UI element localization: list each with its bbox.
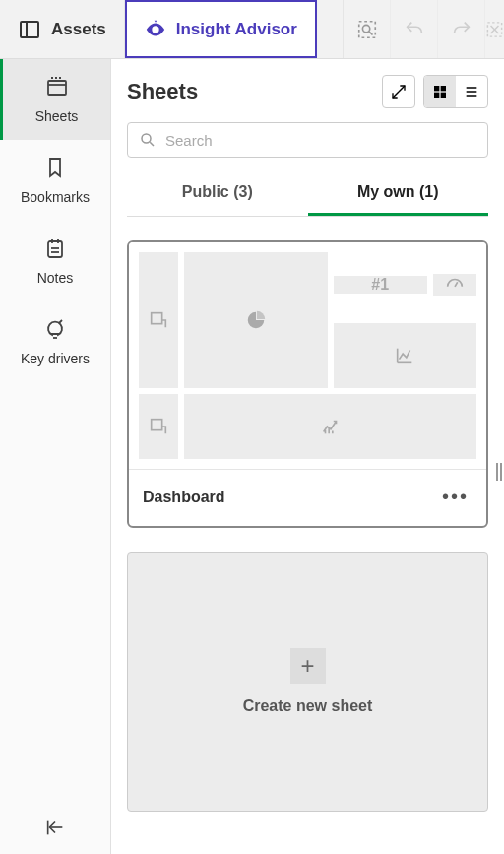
pie-icon: [245, 309, 267, 331]
notes-icon: [43, 236, 67, 260]
svg-rect-20: [441, 86, 446, 91]
list-view-button[interactable]: [456, 76, 487, 107]
sidebar-item-notes[interactable]: Notes: [0, 221, 110, 301]
tab-my-own[interactable]: My own (1): [308, 171, 489, 216]
grid-view-button[interactable]: [424, 76, 456, 107]
content-panel: Sheets Public (3) My: [111, 59, 504, 854]
thumb-cell: [334, 323, 477, 388]
sidebar-item-key-drivers[interactable]: Key drivers: [0, 301, 110, 382]
svg-rect-0: [21, 22, 38, 37]
sheet-thumbnail: #1: [129, 242, 486, 469]
grid-icon: [432, 84, 448, 99]
create-sheet-card[interactable]: + Create new sheet: [127, 552, 488, 812]
page-title: Sheets: [127, 79, 382, 104]
thumb-cell: #1: [334, 252, 477, 317]
insight-label: Insight Advisor: [176, 20, 297, 39]
clear-icon[interactable]: [484, 0, 504, 58]
sidebar-item-label: Sheets: [35, 108, 79, 124]
expand-icon: [391, 84, 407, 99]
search-icon: [139, 131, 157, 149]
eye-icon: [145, 19, 166, 40]
svg-rect-19: [434, 86, 439, 91]
svg-line-17: [399, 86, 405, 92]
sheet-title: Dashboard: [143, 489, 438, 506]
more-options-button[interactable]: •••: [438, 484, 472, 510]
svg-line-3: [368, 31, 372, 34]
insight-advisor-button[interactable]: Insight Advisor: [125, 0, 317, 58]
top-toolbar: Assets Insight Advisor: [0, 0, 504, 59]
svg-rect-22: [441, 93, 446, 98]
search-input[interactable]: [127, 122, 488, 158]
sidebar-item-label: Key drivers: [21, 351, 90, 366]
resize-handle[interactable]: [496, 463, 504, 481]
svg-rect-21: [434, 93, 439, 98]
trend-chart-icon: [320, 416, 342, 437]
left-sidebar: Sheets Bookmarks Notes Key drivers: [0, 59, 111, 854]
svg-line-27: [150, 142, 154, 146]
plus-icon: +: [290, 648, 326, 684]
svg-rect-28: [152, 313, 162, 324]
key-drivers-icon: [43, 317, 67, 341]
tabs: Public (3) My own (1): [127, 171, 488, 217]
sheet-card[interactable]: #1: [127, 240, 488, 528]
gauge-icon: [444, 274, 466, 296]
thumb-cell: [139, 394, 178, 459]
toolbar-icons: [343, 0, 504, 58]
panel-icon: [18, 18, 41, 41]
collapse-sidebar-button[interactable]: [0, 801, 110, 854]
thumb-cell: [139, 252, 178, 388]
svg-rect-30: [152, 420, 162, 430]
svg-line-29: [455, 282, 458, 287]
sheets-icon: [45, 75, 69, 99]
svg-line-18: [393, 92, 399, 98]
export-icon: [148, 309, 169, 331]
svg-line-14: [59, 320, 62, 323]
create-sheet-label: Create new sheet: [243, 697, 373, 715]
svg-rect-8: [48, 241, 62, 257]
thumb-cell: [184, 252, 328, 388]
tab-public[interactable]: Public (3): [127, 171, 308, 216]
assets-button[interactable]: Assets: [0, 0, 125, 58]
sidebar-item-label: Bookmarks: [21, 189, 90, 205]
thumb-cell: [184, 394, 476, 459]
list-icon: [464, 84, 479, 99]
svg-point-26: [142, 134, 151, 143]
kpi-rank-icon: #1: [334, 276, 428, 294]
gauge-icon-cell: [433, 274, 476, 296]
svg-point-2: [362, 25, 369, 32]
sidebar-item-label: Notes: [37, 270, 74, 286]
export-icon: [148, 416, 169, 437]
redo-icon[interactable]: [437, 0, 484, 58]
sidebar-item-sheets[interactable]: Sheets: [0, 59, 110, 140]
collapse-icon: [44, 817, 66, 838]
line-chart-icon: [394, 345, 415, 366]
bookmark-icon: [43, 156, 67, 179]
sidebar-item-bookmarks[interactable]: Bookmarks: [0, 140, 110, 221]
selection-search-icon[interactable]: [343, 0, 390, 58]
undo-icon[interactable]: [390, 0, 437, 58]
expand-button[interactable]: [382, 75, 415, 108]
assets-label: Assets: [51, 20, 106, 39]
svg-rect-6: [48, 81, 66, 95]
